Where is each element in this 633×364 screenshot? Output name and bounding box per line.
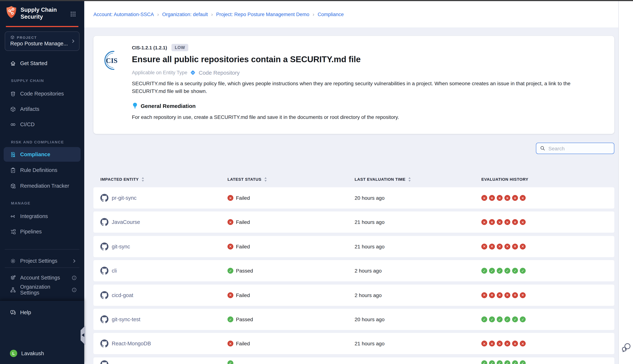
last-evaluation-time: 2 hours ago [355,292,481,298]
avatar: L [10,350,17,357]
breadcrumb-separator: › [211,11,213,17]
sidebar-item-label: Rule Definitions [20,167,57,173]
evaluation-history: ✕✕✕✕✕✕ [481,341,614,346]
rule-title: Ensure all public repositories contain a… [132,54,361,64]
history-fail-icon: ✕ [512,219,518,225]
entity-name[interactable]: git-sync [112,244,130,250]
history-fail-icon: ✕ [512,341,518,346]
breadcrumb-compliance[interactable]: Compliance [318,12,344,17]
evaluation-history: ✓✓✓✓✓✓ [481,268,614,274]
entity-name[interactable]: React-MongoDB [112,341,151,346]
column-header-last-evaluation-time[interactable]: LAST EVALUATION TIME [355,177,481,182]
sidebar-item-account-settings[interactable]: Account Settings [0,271,84,284]
status-icon: ✓ [228,360,233,364]
page-header: Account: Automation-SSCA › Organization:… [84,1,618,28]
sidebar-item-help[interactable]: ? Help [0,306,84,319]
last-evaluation-time: 20 hours ago [355,316,481,322]
support-chat-icon[interactable] [621,342,631,354]
help-chat-icon: ? [10,309,16,316]
app-root: Supply Chain Security PROJECT Repo Postu… [0,0,633,364]
table-row[interactable]: cli ✓ Passed 2 hours ago ✓✓✓✓✓✓ [93,260,614,281]
search-box [536,143,614,154]
status-icon: ✓ [228,316,233,322]
project-selector[interactable]: PROJECT Repo Posture Manage... [5,32,80,51]
sidebar-item-artifacts[interactable]: Artifacts [0,102,84,116]
search-input[interactable] [548,146,610,151]
breadcrumb-organization[interactable]: Organization: default [162,12,208,17]
sidebar-item-integrations[interactable]: Integrations [0,210,84,223]
sidebar-item-organization-settings[interactable]: Organization Settings [0,283,84,296]
sidebar-item-cicd[interactable]: CI/CD [0,118,84,131]
sidebar-item-label: Account Settings [20,275,60,280]
entity-name[interactable]: pr-git-sync [112,195,136,201]
sidebar-item-code-repositories[interactable]: </> Code Repositories [0,87,84,100]
entity-name[interactable]: JavaCourse [112,219,140,225]
sidebar-item-get-started[interactable]: Get Started [0,57,84,70]
sidebar-item-project-settings[interactable]: Project Settings [0,254,84,268]
user-profile[interactable]: L Lavakush [0,347,84,360]
history-fail-icon: ✕ [481,292,487,298]
column-header-evaluation-history: EVALUATION HISTORY [481,177,614,182]
history-fail-icon: ✕ [489,219,495,225]
breadcrumb-account[interactable]: Account: Automation-SSCA [93,12,154,17]
github-icon [100,242,108,250]
info-icon [71,275,77,280]
column-header-latest-status[interactable]: LATEST STATUS [228,177,355,182]
history-fail-icon: ✕ [520,341,526,346]
github-icon [100,218,108,226]
sidebar-item-compliance[interactable]: Compliance [4,147,81,162]
entity-cell[interactable]: git-sync [100,242,228,250]
sidebar-item-label: Remediation Tracker [20,183,69,189]
entity-cell[interactable]: cicd-goat [100,291,228,299]
github-icon [100,360,108,364]
status-cell: ✓ Passed [228,268,355,274]
sidebar-item-pipelines[interactable]: Pipelines [0,225,84,238]
sidebar-item-remediation-tracker[interactable]: Remediation Tracker [0,179,84,192]
table-row[interactable]: ✓ ✓✓✓✓✓✓ [93,358,614,364]
status-label: Passed [236,316,253,322]
status-cell: ✕ Failed [228,244,355,250]
table-row[interactable]: JavaCourse ✕ Failed 21 hours ago ✕✕✕✕✕✕ [93,212,614,233]
entity-cell[interactable]: git-sync-test [100,315,228,324]
entity-name[interactable]: cicd-goat [112,292,133,298]
breadcrumb-separator: › [157,11,159,17]
entity-cell[interactable]: React-MongoDB [100,340,228,348]
history-fail-icon: ✕ [512,244,518,250]
column-header-impacted-entity[interactable]: IMPACTED ENTITY [100,177,228,182]
app-switcher-icon[interactable] [70,11,76,17]
entity-cell[interactable]: cli [100,267,228,275]
search-icon [540,146,545,151]
applicable-label: Applicable on Entity Type [132,70,187,75]
table-row[interactable]: cicd-goat ✕ Failed 2 hours ago ✕✕✕✕✕✕ [93,284,614,306]
entity-cell[interactable]: pr-git-sync [100,194,228,202]
history-pass-icon: ✓ [489,268,495,274]
compliance-doc-icon [10,151,16,158]
breadcrumb-project[interactable]: Project: Repo Posture Management Demo [216,12,309,17]
status-cell: ✕ Failed [228,195,355,201]
history-pass-icon: ✓ [497,316,503,322]
entity-cell[interactable]: JavaCourse [100,218,228,226]
last-evaluation-time: 21 hours ago [355,244,481,250]
evaluation-history: ✕✕✕✕✕✕ [481,292,614,298]
history-fail-icon: ✕ [520,244,526,250]
history-pass-icon: ✓ [520,360,526,364]
status-label: Failed [236,244,250,250]
history-pass-icon: ✓ [504,316,510,322]
table-row[interactable]: git-sync-test ✓ Passed 20 hours ago ✓✓✓✓… [93,309,614,330]
main-content: CIS CIS-1.2.1 (1.2.1) LOW Ensure all pub… [84,28,618,364]
status-icon: ✓ [228,268,233,274]
table-row[interactable]: git-sync ✕ Failed 21 hours ago ✕✕✕✕✕✕ [93,236,614,257]
table-row[interactable]: React-MongoDB ✕ Failed 21 hours ago ✕✕✕✕… [93,333,614,354]
cis-logo: CIS [103,50,121,70]
rule-id: CIS-1.2.1 (1.2.1) [132,45,167,50]
entity-type: Code Repository [199,70,240,76]
sidebar-item-label: Project Settings [20,258,57,264]
sidebar-item-rule-definitions[interactable]: Rule Definitions [0,164,84,177]
entity-cell[interactable] [100,360,228,364]
table-row[interactable]: pr-git-sync ✕ Failed 20 hours ago ✕✕✕✕✕✕ [93,187,614,208]
entity-name[interactable]: cli [112,268,117,274]
last-evaluation-time: 21 hours ago [355,219,481,225]
entity-name[interactable]: git-sync-test [112,316,140,322]
app-title: Supply Chain Security [21,6,57,20]
project-name: Repo Posture Manage... [10,40,79,46]
